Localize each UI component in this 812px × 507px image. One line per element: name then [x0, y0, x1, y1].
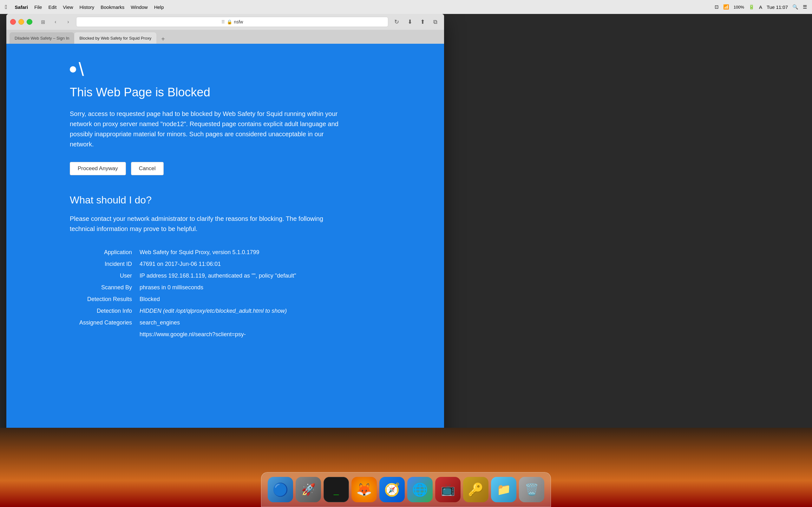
close-button[interactable]: [10, 19, 16, 25]
dock-trash[interactable]: 🗑️: [519, 477, 544, 502]
scanned-by-value: phrases in 0 milliseconds: [140, 282, 343, 293]
page-description: Sorry, access to requested page had to b…: [70, 109, 343, 149]
menu-history[interactable]: History: [80, 4, 95, 10]
dock-keychain[interactable]: 🔑: [463, 477, 489, 502]
address-text[interactable]: nsfw: [234, 19, 243, 24]
what-section-title: What should I do?: [70, 194, 380, 206]
title-bar: ⊞ ‹ › ☰ 🔒 nsfw ↻ ⬇ ⬆ ⧉: [6, 14, 444, 30]
cancel-button[interactable]: Cancel: [131, 162, 164, 175]
tab-0[interactable]: Diladele Web Safety – Sign In: [9, 32, 74, 44]
menu-file[interactable]: File: [34, 4, 42, 10]
back-button[interactable]: ‹: [51, 17, 60, 26]
battery-icon: 🔋: [749, 4, 755, 10]
share-button[interactable]: ⬆: [417, 17, 427, 27]
search-icon[interactable]: 🔍: [792, 4, 798, 10]
tab-1[interactable]: Blocked by Web Safety for Squid Proxy: [74, 32, 156, 44]
dock-files[interactable]: 📁: [491, 477, 516, 502]
detection-info-label: Detection Info: [70, 305, 140, 317]
maximize-button[interactable]: [27, 19, 32, 25]
list-icon[interactable]: ☰: [803, 4, 807, 10]
dock-launchpad[interactable]: 🚀: [296, 477, 321, 502]
user-value: IP address 192.168.1.119, authenticated …: [140, 270, 343, 282]
dock-terminal[interactable]: _: [323, 477, 349, 502]
page-title: This Web Page is Blocked: [70, 86, 380, 99]
menu-bar:  Safari File Edit View History Bookmark…: [0, 0, 812, 14]
url-value: https://www.google.nl/search?sclient=psy…: [140, 329, 343, 340]
address-bar[interactable]: ☰ 🔒 nsfw: [76, 17, 388, 27]
menu-bookmarks[interactable]: Bookmarks: [101, 4, 124, 10]
logo-area: \: [6, 63, 444, 86]
sidebar-toggle[interactable]: ⊞: [38, 17, 48, 26]
download-icon[interactable]: ⬇: [405, 17, 415, 27]
screen-mirror-icon[interactable]: ⊡: [715, 4, 719, 10]
button-row: Proceed Anyway Cancel: [70, 162, 380, 175]
font-icon[interactable]: A: [759, 4, 762, 10]
scanned-by-label: Scanned By: [70, 282, 140, 293]
proceed-anyway-button[interactable]: Proceed Anyway: [70, 162, 126, 175]
url-label: [70, 329, 140, 340]
detection-results-label: Detection Results: [70, 293, 140, 305]
incident-id-label: Incident ID: [70, 258, 140, 270]
forward-button[interactable]: ›: [63, 17, 73, 26]
refresh-button[interactable]: ↻: [392, 17, 402, 27]
browser-window: ⊞ ‹ › ☰ 🔒 nsfw ↻ ⬇ ⬆ ⧉ Diladele Web Safe…: [6, 14, 444, 493]
logo-slash: \: [79, 63, 84, 76]
tab-1-label: Blocked by Web Safety for Squid Proxy: [79, 36, 151, 41]
dock-firefox[interactable]: 🦊: [351, 477, 377, 502]
hamburger-icon: ☰: [221, 20, 225, 24]
main-content: This Web Page is Blocked Sorry, access t…: [6, 86, 444, 340]
tab-0-label: Diladele Web Safety – Sign In: [14, 36, 69, 41]
menu-bar-right: ⊡ 📶 100% 🔋 A Tue 11:07 🔍 ☰: [715, 4, 807, 10]
minimize-button[interactable]: [18, 19, 24, 25]
lock-icon: 🔒: [227, 19, 232, 24]
dock: 🔵 🚀 _ 🦊 🧭 🌐 📺 🔑 📁 🗑️: [261, 472, 551, 507]
browser-content: \ This Web Page is Blocked Sorry, access…: [6, 44, 444, 493]
dock-chrome[interactable]: 🌐: [407, 477, 433, 502]
traffic-lights: [10, 19, 32, 25]
clock: Tue 11:07: [767, 4, 788, 10]
assigned-categories-label: Assigned Categories: [70, 317, 140, 329]
user-label: User: [70, 270, 140, 282]
info-table: Application Web Safety for Squid Proxy, …: [70, 246, 343, 340]
menu-window[interactable]: Window: [131, 4, 148, 10]
tab-overview-button[interactable]: ⧉: [430, 17, 440, 27]
menu-edit[interactable]: Edit: [48, 4, 56, 10]
dock-finder[interactable]: 🔵: [268, 477, 293, 502]
new-tab-button[interactable]: +: [158, 34, 168, 44]
dock-screens[interactable]: 📺: [435, 477, 461, 502]
menu-view[interactable]: View: [63, 4, 73, 10]
apple-menu[interactable]: : [5, 4, 7, 10]
logo-circle: [70, 66, 76, 72]
assigned-categories-value: search_engines: [140, 317, 343, 329]
wifi-icon[interactable]: 📶: [723, 4, 729, 10]
menu-help[interactable]: Help: [154, 4, 164, 10]
detection-info-value: HIDDEN (edit /opt/qlproxy/etc/blocked_ad…: [140, 305, 343, 317]
tab-bar: Diladele Web Safety – Sign In Blocked by…: [6, 30, 444, 44]
application-label: Application: [70, 246, 140, 258]
incident-id-value: 47691 on 2017-Jun-06 11:06:01: [140, 258, 343, 270]
dock-safari[interactable]: 🧭: [379, 477, 405, 502]
toolbar-right: ⬇ ⬆ ⧉: [405, 17, 440, 27]
battery-indicator: 100%: [734, 5, 744, 9]
menu-safari[interactable]: Safari: [15, 4, 28, 10]
detection-results-value: Blocked: [140, 293, 343, 305]
application-value: Web Safety for Squid Proxy, version 5.1.…: [140, 246, 343, 258]
what-section-desc: Please contact your network administrato…: [70, 214, 343, 234]
